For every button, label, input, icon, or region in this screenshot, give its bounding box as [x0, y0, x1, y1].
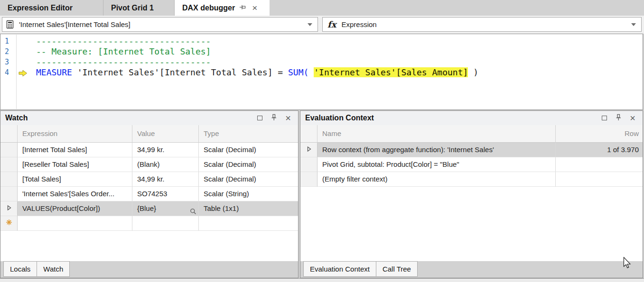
cell-name[interactable]: (Empty filter context): [317, 172, 556, 187]
row-header-cell[interactable]: [0, 157, 18, 172]
code-text: -- Measure: [Internet Total Sales]: [36, 46, 211, 57]
breakpoint-margin[interactable]: [16, 57, 36, 67]
cell-type[interactable]: Scalar (Decimal): [199, 143, 298, 157]
panel-tab-call-tree[interactable]: Call Tree: [376, 261, 418, 277]
watch-panel-titlebar: Watch ×: [0, 111, 298, 125]
calculator-icon: [6, 20, 14, 29]
cell-value[interactable]: 34,99 kr.: [132, 172, 199, 187]
table-header-row: NameRow: [300, 125, 643, 143]
cell-type[interactable]: Scalar (Decimal): [199, 172, 298, 187]
cell-expression[interactable]: [Reseller Total Sales]: [18, 157, 132, 172]
cell-name[interactable]: Row context (from aggregate function): '…: [317, 143, 556, 157]
cell-expression[interactable]: VALUES(Product[Color]): [18, 201, 132, 216]
row-header-cell[interactable]: [0, 187, 18, 201]
column-header-type[interactable]: Type: [199, 125, 298, 143]
panel-tab-locals[interactable]: Locals: [3, 261, 37, 277]
row-header-cell[interactable]: [0, 172, 18, 187]
code-line: 3----------------------------------: [0, 57, 643, 67]
panel-tab-watch[interactable]: Watch: [37, 261, 70, 277]
pin-icon[interactable]: [239, 4, 246, 12]
code-lines: 1----------------------------------2-- M…: [0, 36, 643, 78]
window-bottom-edge: [0, 278, 644, 282]
code-token: MEASURE: [36, 67, 72, 77]
cell-value[interactable]: {Blue}: [132, 201, 199, 216]
table-row[interactable]: VALUES(Product[Color]){Blue}Table (1x1): [0, 201, 298, 216]
new-row-star-icon: [6, 216, 12, 230]
close-icon[interactable]: ×: [250, 4, 259, 12]
maximize-icon[interactable]: [257, 116, 262, 120]
code-text: ----------------------------------: [36, 36, 211, 46]
cell-type[interactable]: Scalar (Decimal): [199, 157, 298, 172]
code-token: ----------------------------------: [36, 57, 211, 67]
tab-expression-editor[interactable]: Expression Editor: [0, 0, 103, 16]
table-row[interactable]: [Total Sales]34,99 kr.Scalar (Decimal): [0, 172, 298, 187]
doc-tab-label: DAX debugger: [182, 4, 235, 12]
dax-debugger-window: Expression EditorPivot Grid 1DAX debugge…: [0, 0, 644, 282]
expand-triangle-icon[interactable]: [306, 143, 312, 157]
column-header-expression[interactable]: Expression: [18, 125, 132, 143]
expression-combobox[interactable]: fx Expression: [322, 17, 642, 32]
magnifier-icon[interactable]: [190, 205, 196, 216]
dax-code-editor[interactable]: 1----------------------------------2-- M…: [0, 34, 643, 110]
measure-combobox[interactable]: 'Internet Sales'[Internet Total Sales]: [2, 17, 318, 32]
column-header-value[interactable]: Value: [132, 125, 199, 143]
panel-tab-evaluation-context[interactable]: Evaluation Context: [303, 261, 376, 277]
watch-panel-tabstrip: LocalsWatch: [0, 261, 298, 278]
code-token: ): [468, 67, 478, 77]
cell-row[interactable]: [556, 172, 643, 187]
cell-expression[interactable]: [18, 216, 132, 231]
close-icon[interactable]: ×: [630, 114, 635, 122]
cell-value[interactable]: 34,99 kr.: [132, 143, 199, 157]
column-header-row[interactable]: Row: [556, 125, 643, 143]
chevron-down-icon[interactable]: [308, 23, 312, 26]
evaluation-context-tabstrip: Evaluation ContextCall Tree: [300, 261, 643, 278]
pin-icon[interactable]: [271, 114, 277, 123]
row-header-cell: [300, 125, 317, 143]
measure-combobox-value: 'Internet Sales'[Internet Total Sales]: [19, 20, 308, 28]
watch-table: ExpressionValueType[Internet Total Sales…: [0, 125, 298, 261]
row-header-cell[interactable]: [0, 201, 18, 216]
evaluation-context-titlebar: Evaluation Context ×: [300, 111, 643, 125]
expand-triangle-icon[interactable]: [6, 201, 12, 216]
pin-icon[interactable]: [615, 114, 622, 123]
breakpoint-margin[interactable]: [16, 36, 36, 46]
cell-row[interactable]: 1 of 3.970: [556, 143, 643, 157]
row-header-cell[interactable]: [0, 216, 18, 231]
chevron-down-icon[interactable]: [631, 23, 636, 26]
cell-type[interactable]: [199, 216, 298, 231]
column-header-name[interactable]: Name: [317, 125, 556, 143]
row-header-cell[interactable]: [0, 143, 18, 157]
cell-row[interactable]: [556, 157, 643, 172]
table-header-row: ExpressionValueType: [0, 125, 298, 143]
table-row[interactable]: 'Internet Sales'[Sales Order...SO74253Sc…: [0, 187, 298, 201]
maximize-icon[interactable]: [602, 116, 607, 120]
fx-icon: fx: [327, 19, 336, 29]
breakpoint-margin[interactable]: [16, 67, 36, 78]
cell-expression[interactable]: [Total Sales]: [18, 172, 132, 187]
cell-expression[interactable]: [Internet Total Sales]: [18, 143, 132, 157]
breakpoint-margin[interactable]: [16, 46, 36, 57]
tab-dax-debugger[interactable]: DAX debugger×: [175, 0, 270, 16]
code-token: SUM(: [288, 67, 308, 77]
close-icon[interactable]: ×: [285, 114, 291, 122]
table-row[interactable]: Pivot Grid, subtotal: Product[Color] = "…: [300, 157, 643, 172]
cell-value[interactable]: (Blank): [132, 157, 199, 172]
table-row[interactable]: [Reseller Total Sales](Blank)Scalar (Dec…: [0, 157, 298, 172]
code-text: MEASURE 'Internet Sales'[Internet Total …: [36, 67, 478, 78]
table-row[interactable]: [0, 216, 298, 231]
row-header-cell[interactable]: [300, 157, 317, 172]
code-token: 'Internet Sales'[Sales Amount]: [314, 67, 468, 77]
cell-type[interactable]: Scalar (String): [199, 187, 298, 201]
cell-expression[interactable]: 'Internet Sales'[Sales Order...: [18, 187, 132, 201]
cell-name[interactable]: Pivot Grid, subtotal: Product[Color] = "…: [317, 157, 556, 172]
table-row[interactable]: [Internet Total Sales]34,99 kr.Scalar (D…: [0, 143, 298, 157]
table-row[interactable]: Row context (from aggregate function): '…: [300, 143, 643, 157]
tab-pivot-grid-1[interactable]: Pivot Grid 1: [103, 0, 175, 16]
row-header-cell[interactable]: [300, 143, 317, 157]
cell-type[interactable]: Table (1x1): [199, 201, 298, 216]
cell-value[interactable]: [132, 216, 199, 231]
row-header-cell: [0, 125, 18, 143]
table-row[interactable]: (Empty filter context): [300, 172, 643, 187]
row-header-cell[interactable]: [300, 172, 317, 187]
cell-value[interactable]: SO74253: [132, 187, 199, 201]
